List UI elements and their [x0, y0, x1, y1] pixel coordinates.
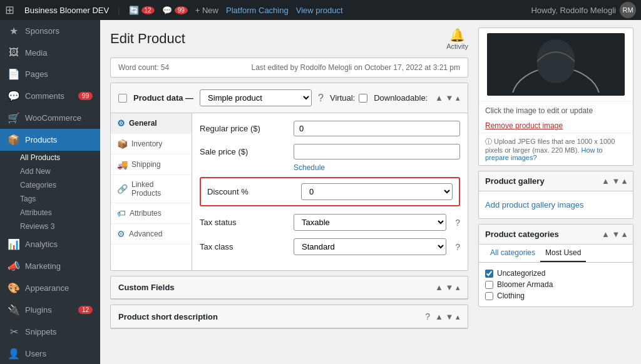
tax-status-row: Tax status Taxable Shipping only None ?: [200, 214, 460, 231]
admin-bar: ⊞ Business Bloomer DEV | 🔄 12 💬 99 + New…: [0, 0, 641, 20]
sidebar-item-analytics[interactable]: 📊 Analytics: [0, 233, 100, 255]
tax-class-help-icon[interactable]: ?: [455, 242, 460, 252]
tab-advanced[interactable]: ⚙ Advanced: [111, 224, 192, 245]
tab-attributes[interactable]: 🏷 Attributes: [111, 203, 192, 224]
regular-price-input[interactable]: [294, 121, 460, 136]
sidebar-item-appearance[interactable]: 🎨 Appearance: [0, 277, 100, 299]
schedule-link[interactable]: Schedule: [294, 163, 460, 172]
tab-general[interactable]: ⚙ General: [111, 113, 192, 134]
view-product-link[interactable]: View product: [296, 6, 343, 15]
tab-inventory[interactable]: 📦 Inventory: [111, 134, 192, 154]
sale-price-input[interactable]: [294, 144, 460, 159]
sidebar-sub-tags[interactable]: Tags: [0, 192, 100, 206]
new-button[interactable]: + New: [195, 6, 218, 15]
product-data-checkbox[interactable]: [118, 94, 127, 103]
right-column: Click the image to edit or update Remove…: [478, 20, 641, 364]
categories-arrows[interactable]: ▲ ▼ ▴: [602, 230, 627, 239]
virtual-row: Virtual:: [330, 93, 367, 103]
short-desc-help-icon[interactable]: ?: [425, 311, 430, 321]
custom-fields-title: Custom Fields: [118, 283, 430, 292]
product-short-desc-header[interactable]: Product short description ? ▲ ▼ ▴: [111, 305, 468, 328]
tab-linked-products[interactable]: 🔗 Linked Products: [111, 175, 192, 203]
sponsors-icon: ★: [8, 25, 20, 37]
discount-percent-container: Discount % 0 5 10 15 20: [200, 177, 460, 206]
remove-image-link[interactable]: Remove product image: [479, 120, 633, 133]
sidebar-item-comments[interactable]: 💬 Comments 99: [0, 85, 100, 107]
platform-caching-link[interactable]: Platform Caching: [226, 6, 289, 15]
category-checkbox-bloomer-armada[interactable]: [485, 281, 493, 289]
tab-shipping[interactable]: 🚚 Shipping: [111, 154, 192, 175]
sidebar-sub-reviews[interactable]: Reviews 3: [0, 220, 100, 233]
gallery-arrows[interactable]: ▲ ▼ ▴: [602, 176, 627, 186]
category-label-clothing: Clothing: [497, 291, 525, 300]
category-checkbox-uncategorized[interactable]: [485, 270, 493, 278]
comments-icon[interactable]: 💬 99: [162, 6, 188, 15]
avatar[interactable]: RM: [620, 2, 636, 18]
custom-fields-arrows[interactable]: ▲ ▼ ▴: [435, 283, 460, 292]
updates-icon[interactable]: 🔄 12: [129, 6, 155, 15]
gallery-body: Add product gallery images: [479, 191, 633, 218]
center-column: Edit Product 🔔 Activity Word count: 54 L…: [100, 20, 478, 364]
product-gallery-header: Product gallery ▲ ▼ ▴: [479, 171, 633, 191]
sidebar-item-sponsors[interactable]: ★ Sponsors: [0, 20, 100, 42]
sidebar-sub-add-new[interactable]: Add New: [0, 164, 100, 178]
page-title: Edit Product: [110, 31, 185, 47]
site-name[interactable]: Business Bloomer DEV: [24, 6, 109, 15]
snippets-icon: ✂: [8, 326, 20, 338]
tax-class-select[interactable]: Standard Reduced rate Zero rate: [294, 238, 446, 255]
regular-price-row: Regular price ($): [200, 121, 460, 136]
sidebar-item-users[interactable]: 👤 Users: [0, 343, 100, 364]
shipping-icon: 🚚: [117, 159, 128, 169]
sidebar-item-woocommerce[interactable]: 🛒 WooCommerce: [0, 107, 100, 129]
user-info: Howdy, Rodolfo Melogli RM: [531, 2, 636, 18]
tax-status-help-icon[interactable]: ?: [455, 218, 460, 228]
discount-percent-select[interactable]: 0 5 10 15 20: [301, 183, 453, 200]
discount-percent-row: Discount % 0 5 10 15 20: [207, 183, 453, 200]
tax-status-select[interactable]: Taxable Shipping only None: [294, 214, 446, 231]
sidebar-item-plugins[interactable]: 🔌 Plugins 12: [0, 299, 100, 321]
sidebar-sub-attributes[interactable]: Attributes: [0, 206, 100, 220]
product-type-select[interactable]: Simple product Variable product Grouped …: [200, 89, 312, 106]
inventory-icon: 📦: [117, 139, 128, 149]
sidebar-sub-categories[interactable]: Categories: [0, 178, 100, 192]
discount-percent-label: Discount %: [207, 187, 295, 196]
cat-tab-all[interactable]: All categories: [485, 245, 540, 262]
activity-button[interactable]: 🔔 Activity: [446, 28, 468, 50]
sale-price-row: Sale price ($): [200, 144, 460, 159]
cat-tab-most-used[interactable]: Most Used: [540, 245, 586, 262]
image-edit-text: Click the image to edit or update: [479, 101, 633, 120]
custom-fields-header[interactable]: Custom Fields ▲ ▼ ▴: [111, 276, 468, 299]
sidebar-item-pages[interactable]: 📄 Pages: [0, 63, 100, 85]
sidebar-item-marketing[interactable]: 📣 Marketing: [0, 255, 100, 277]
category-label-uncategorized: Uncategorized: [497, 269, 545, 278]
sidebar-sub-all-products[interactable]: All Products: [0, 151, 100, 164]
category-item-uncategorized: Uncategorized: [485, 268, 627, 279]
product-categories-header: Product categories ▲ ▼ ▴: [479, 225, 633, 245]
analytics-icon: 📊: [8, 238, 20, 250]
activity-icon: 🔔: [449, 28, 465, 43]
attributes-icon: 🏷: [117, 208, 126, 218]
product-data-label: Product data —: [133, 93, 193, 103]
regular-price-label: Regular price ($): [200, 124, 287, 133]
product-gallery-panel: Product gallery ▲ ▼ ▴ Add product galler…: [478, 171, 633, 219]
sidebar-item-snippets[interactable]: ✂ Snippets: [0, 321, 100, 343]
category-item-clothing: Clothing: [485, 290, 627, 301]
sidebar-item-products[interactable]: 📦 Products: [0, 129, 100, 151]
product-data-body: ⚙ General 📦 Inventory 🚚 Shipping 🔗: [111, 113, 468, 270]
products-icon: 📦: [8, 134, 20, 146]
sale-price-label: Sale price ($): [200, 147, 287, 156]
product-fields: Regular price ($) Sale price ($) Schedul…: [192, 113, 468, 270]
category-checkbox-clothing[interactable]: [485, 292, 493, 300]
meta-bar: Word count: 54 Last edited by Rodolfo Me…: [110, 58, 468, 78]
tax-status-label: Tax status: [200, 218, 287, 227]
add-gallery-images-link[interactable]: Add product gallery images: [485, 198, 627, 212]
product-type-help-icon[interactable]: ?: [318, 93, 324, 104]
collapse-arrows[interactable]: ▲ ▼ ▴: [435, 93, 460, 103]
sidebar: ★ Sponsors 🖼 Media 📄 Pages 💬 Comments 99…: [0, 20, 100, 364]
wp-logo-icon[interactable]: ⊞: [5, 3, 14, 17]
tax-class-label: Tax class: [200, 242, 287, 251]
sidebar-item-media[interactable]: 🖼 Media: [0, 42, 100, 63]
product-image-area[interactable]: [479, 28, 633, 101]
virtual-checkbox[interactable]: [359, 94, 367, 103]
short-desc-arrows[interactable]: ▲ ▼ ▴: [435, 312, 460, 321]
